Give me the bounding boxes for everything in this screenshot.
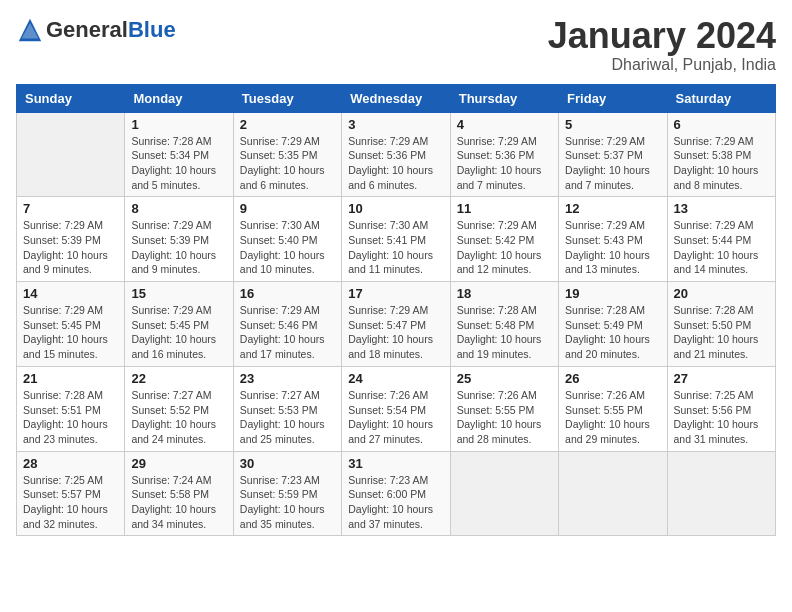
calendar-cell: 12Sunrise: 7:29 AM Sunset: 5:43 PM Dayli… (559, 197, 667, 282)
calendar-cell: 31Sunrise: 7:23 AM Sunset: 6:00 PM Dayli… (342, 451, 450, 536)
day-info: Sunrise: 7:28 AM Sunset: 5:48 PM Dayligh… (457, 303, 552, 362)
calendar-cell: 30Sunrise: 7:23 AM Sunset: 5:59 PM Dayli… (233, 451, 341, 536)
day-info: Sunrise: 7:29 AM Sunset: 5:42 PM Dayligh… (457, 218, 552, 277)
day-number: 24 (348, 371, 443, 386)
calendar-cell: 16Sunrise: 7:29 AM Sunset: 5:46 PM Dayli… (233, 282, 341, 367)
location-title: Dhariwal, Punjab, India (548, 56, 776, 74)
day-number: 27 (674, 371, 769, 386)
weekday-header-thursday: Thursday (450, 84, 558, 112)
day-number: 14 (23, 286, 118, 301)
logo-blue-text: Blue (128, 17, 176, 43)
day-number: 31 (348, 456, 443, 471)
day-number: 25 (457, 371, 552, 386)
day-number: 15 (131, 286, 226, 301)
day-info: Sunrise: 7:28 AM Sunset: 5:49 PM Dayligh… (565, 303, 660, 362)
calendar-cell: 10Sunrise: 7:30 AM Sunset: 5:41 PM Dayli… (342, 197, 450, 282)
day-info: Sunrise: 7:29 AM Sunset: 5:35 PM Dayligh… (240, 134, 335, 193)
calendar-cell: 7Sunrise: 7:29 AM Sunset: 5:39 PM Daylig… (17, 197, 125, 282)
day-number: 22 (131, 371, 226, 386)
calendar-cell: 20Sunrise: 7:28 AM Sunset: 5:50 PM Dayli… (667, 282, 775, 367)
day-number: 6 (674, 117, 769, 132)
calendar-cell: 23Sunrise: 7:27 AM Sunset: 5:53 PM Dayli… (233, 366, 341, 451)
calendar-cell: 11Sunrise: 7:29 AM Sunset: 5:42 PM Dayli… (450, 197, 558, 282)
calendar-cell: 18Sunrise: 7:28 AM Sunset: 5:48 PM Dayli… (450, 282, 558, 367)
day-info: Sunrise: 7:30 AM Sunset: 5:40 PM Dayligh… (240, 218, 335, 277)
day-info: Sunrise: 7:29 AM Sunset: 5:39 PM Dayligh… (23, 218, 118, 277)
day-number: 23 (240, 371, 335, 386)
calendar-cell: 3Sunrise: 7:29 AM Sunset: 5:36 PM Daylig… (342, 112, 450, 197)
day-number: 11 (457, 201, 552, 216)
calendar-cell: 19Sunrise: 7:28 AM Sunset: 5:49 PM Dayli… (559, 282, 667, 367)
day-info: Sunrise: 7:29 AM Sunset: 5:36 PM Dayligh… (457, 134, 552, 193)
day-number: 20 (674, 286, 769, 301)
day-info: Sunrise: 7:29 AM Sunset: 5:45 PM Dayligh… (131, 303, 226, 362)
calendar-week-row: 14Sunrise: 7:29 AM Sunset: 5:45 PM Dayli… (17, 282, 776, 367)
day-number: 19 (565, 286, 660, 301)
day-number: 5 (565, 117, 660, 132)
calendar-cell: 28Sunrise: 7:25 AM Sunset: 5:57 PM Dayli… (17, 451, 125, 536)
calendar-week-row: 28Sunrise: 7:25 AM Sunset: 5:57 PM Dayli… (17, 451, 776, 536)
calendar-cell: 17Sunrise: 7:29 AM Sunset: 5:47 PM Dayli… (342, 282, 450, 367)
day-info: Sunrise: 7:29 AM Sunset: 5:44 PM Dayligh… (674, 218, 769, 277)
day-info: Sunrise: 7:30 AM Sunset: 5:41 PM Dayligh… (348, 218, 443, 277)
calendar-cell: 8Sunrise: 7:29 AM Sunset: 5:39 PM Daylig… (125, 197, 233, 282)
weekday-header-saturday: Saturday (667, 84, 775, 112)
day-info: Sunrise: 7:28 AM Sunset: 5:50 PM Dayligh… (674, 303, 769, 362)
day-info: Sunrise: 7:26 AM Sunset: 5:55 PM Dayligh… (457, 388, 552, 447)
weekday-header-row: SundayMondayTuesdayWednesdayThursdayFrid… (17, 84, 776, 112)
day-info: Sunrise: 7:29 AM Sunset: 5:36 PM Dayligh… (348, 134, 443, 193)
weekday-header-sunday: Sunday (17, 84, 125, 112)
day-info: Sunrise: 7:25 AM Sunset: 5:57 PM Dayligh… (23, 473, 118, 532)
day-info: Sunrise: 7:27 AM Sunset: 5:53 PM Dayligh… (240, 388, 335, 447)
weekday-header-wednesday: Wednesday (342, 84, 450, 112)
calendar-cell: 9Sunrise: 7:30 AM Sunset: 5:40 PM Daylig… (233, 197, 341, 282)
day-info: Sunrise: 7:23 AM Sunset: 6:00 PM Dayligh… (348, 473, 443, 532)
weekday-header-tuesday: Tuesday (233, 84, 341, 112)
calendar-cell: 21Sunrise: 7:28 AM Sunset: 5:51 PM Dayli… (17, 366, 125, 451)
calendar-cell (559, 451, 667, 536)
calendar-week-row: 1Sunrise: 7:28 AM Sunset: 5:34 PM Daylig… (17, 112, 776, 197)
day-info: Sunrise: 7:29 AM Sunset: 5:38 PM Dayligh… (674, 134, 769, 193)
day-info: Sunrise: 7:26 AM Sunset: 5:54 PM Dayligh… (348, 388, 443, 447)
day-info: Sunrise: 7:29 AM Sunset: 5:47 PM Dayligh… (348, 303, 443, 362)
calendar-week-row: 7Sunrise: 7:29 AM Sunset: 5:39 PM Daylig… (17, 197, 776, 282)
day-number: 1 (131, 117, 226, 132)
day-info: Sunrise: 7:23 AM Sunset: 5:59 PM Dayligh… (240, 473, 335, 532)
day-number: 16 (240, 286, 335, 301)
day-info: Sunrise: 7:28 AM Sunset: 5:34 PM Dayligh… (131, 134, 226, 193)
calendar-cell: 14Sunrise: 7:29 AM Sunset: 5:45 PM Dayli… (17, 282, 125, 367)
day-number: 28 (23, 456, 118, 471)
day-number: 9 (240, 201, 335, 216)
day-info: Sunrise: 7:26 AM Sunset: 5:55 PM Dayligh… (565, 388, 660, 447)
day-number: 2 (240, 117, 335, 132)
calendar-cell: 6Sunrise: 7:29 AM Sunset: 5:38 PM Daylig… (667, 112, 775, 197)
day-number: 30 (240, 456, 335, 471)
day-number: 26 (565, 371, 660, 386)
day-info: Sunrise: 7:28 AM Sunset: 5:51 PM Dayligh… (23, 388, 118, 447)
day-info: Sunrise: 7:29 AM Sunset: 5:46 PM Dayligh… (240, 303, 335, 362)
calendar-cell: 24Sunrise: 7:26 AM Sunset: 5:54 PM Dayli… (342, 366, 450, 451)
calendar-week-row: 21Sunrise: 7:28 AM Sunset: 5:51 PM Dayli… (17, 366, 776, 451)
day-number: 29 (131, 456, 226, 471)
weekday-header-friday: Friday (559, 84, 667, 112)
calendar-cell: 5Sunrise: 7:29 AM Sunset: 5:37 PM Daylig… (559, 112, 667, 197)
calendar-cell: 13Sunrise: 7:29 AM Sunset: 5:44 PM Dayli… (667, 197, 775, 282)
weekday-header-monday: Monday (125, 84, 233, 112)
day-number: 4 (457, 117, 552, 132)
day-info: Sunrise: 7:27 AM Sunset: 5:52 PM Dayligh… (131, 388, 226, 447)
calendar-cell (450, 451, 558, 536)
day-number: 17 (348, 286, 443, 301)
calendar-cell (17, 112, 125, 197)
day-info: Sunrise: 7:29 AM Sunset: 5:45 PM Dayligh… (23, 303, 118, 362)
day-info: Sunrise: 7:24 AM Sunset: 5:58 PM Dayligh… (131, 473, 226, 532)
logo-general-text: General (46, 17, 128, 43)
calendar-cell: 22Sunrise: 7:27 AM Sunset: 5:52 PM Dayli… (125, 366, 233, 451)
logo: GeneralBlue (16, 16, 176, 44)
title-area: January 2024 Dhariwal, Punjab, India (548, 16, 776, 74)
logo-icon (16, 16, 44, 44)
day-info: Sunrise: 7:29 AM Sunset: 5:37 PM Dayligh… (565, 134, 660, 193)
calendar-cell: 2Sunrise: 7:29 AM Sunset: 5:35 PM Daylig… (233, 112, 341, 197)
calendar-cell (667, 451, 775, 536)
calendar-cell: 1Sunrise: 7:28 AM Sunset: 5:34 PM Daylig… (125, 112, 233, 197)
day-number: 7 (23, 201, 118, 216)
